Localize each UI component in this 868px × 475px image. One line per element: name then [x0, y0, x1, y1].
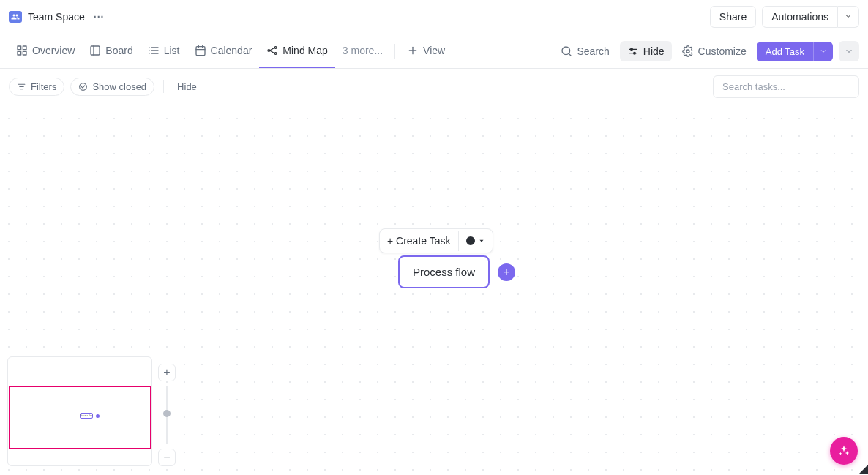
- filter-icon: [17, 82, 26, 91]
- sparkle-icon: [837, 444, 850, 457]
- mindmap-canvas[interactable]: + Create Task Process flow + Process flo…: [0, 104, 868, 474]
- node-label: Process flow: [413, 266, 475, 278]
- tab-list-label: List: [164, 45, 180, 56]
- status-dot-icon: [466, 236, 475, 245]
- tab-calendar[interactable]: Calendar: [187, 34, 260, 68]
- plus-icon: [407, 45, 419, 56]
- zoom-slider-thumb[interactable]: [163, 410, 171, 417]
- board-icon: [89, 45, 101, 56]
- zoom-slider-track[interactable]: [166, 386, 168, 444]
- customize-button[interactable]: Customize: [675, 41, 754, 61]
- mindmap-icon: [266, 45, 278, 56]
- team-icon: [9, 11, 22, 23]
- svg-rect-12: [196, 47, 205, 56]
- svg-marker-34: [479, 240, 483, 242]
- add-child-node-button[interactable]: +: [498, 263, 515, 281]
- create-task-bubble: + Create Task: [379, 228, 493, 253]
- filter-hide[interactable]: Hide: [173, 78, 201, 95]
- svg-point-28: [633, 52, 635, 54]
- tab-overview[interactable]: Overview: [9, 34, 82, 68]
- tabs-left: Overview Board List Calendar Mind Map 3 …: [9, 34, 452, 68]
- search-icon: [561, 45, 572, 57]
- more-menu-icon[interactable]: ···: [91, 8, 108, 26]
- create-task-button[interactable]: + Create Task: [380, 229, 458, 253]
- calendar-icon: [195, 45, 206, 56]
- minimap[interactable]: Process flow: [7, 356, 152, 466]
- mindmap-root-node[interactable]: Process flow: [398, 255, 490, 288]
- team-name[interactable]: Team Space: [28, 11, 85, 23]
- tab-board[interactable]: Board: [82, 34, 140, 68]
- sliders-icon: [627, 45, 639, 57]
- expand-button[interactable]: [839, 41, 859, 61]
- svg-rect-3: [23, 51, 26, 55]
- create-task-status-picker[interactable]: [458, 231, 493, 251]
- tab-more-label: 3 more...: [343, 45, 383, 56]
- caret-down-icon: [478, 237, 485, 244]
- ai-fab-button[interactable]: [830, 437, 858, 465]
- minimap-dot: [96, 414, 100, 418]
- filters-pill[interactable]: Filters: [9, 78, 64, 96]
- filter-divider: [163, 80, 164, 93]
- filter-left: Filters Show closed Hide: [9, 78, 201, 96]
- svg-rect-0: [18, 46, 21, 50]
- tab-view-label: View: [423, 45, 445, 56]
- list-icon: [148, 45, 160, 56]
- minimap-node-label: Process flow: [81, 414, 93, 417]
- show-closed-label: Show closed: [92, 81, 146, 92]
- tab-more[interactable]: 3 more...: [335, 34, 390, 68]
- svg-rect-1: [23, 46, 26, 50]
- minimap-node: Process flow: [80, 413, 93, 419]
- tabs-right: Search Hide Customize Add Task: [553, 41, 859, 61]
- header-left: Team Space ···: [9, 8, 108, 26]
- tab-overview-label: Overview: [32, 45, 75, 56]
- automations-chevron[interactable]: [838, 6, 859, 28]
- chevron-down-icon: [845, 47, 853, 56]
- check-circle-icon: [78, 82, 88, 91]
- svg-line-19: [270, 48, 275, 51]
- tab-add-view[interactable]: View: [400, 34, 452, 68]
- hide-button[interactable]: Hide: [620, 41, 672, 61]
- svg-point-33: [80, 83, 87, 90]
- tab-divider: [394, 44, 395, 59]
- tab-calendar-label: Calendar: [211, 45, 252, 56]
- filters-label: Filters: [31, 81, 56, 92]
- customize-label: Customize: [698, 45, 747, 57]
- zoom-out-button[interactable]: −: [158, 449, 176, 466]
- search-button[interactable]: Search: [553, 41, 616, 61]
- header-right: Share Automations: [710, 6, 859, 28]
- svg-line-24: [569, 53, 572, 56]
- hide-label: Hide: [643, 45, 665, 57]
- tab-mindmap-label: Mind Map: [283, 45, 327, 56]
- tab-list[interactable]: List: [141, 34, 187, 68]
- resize-handle[interactable]: [859, 465, 868, 474]
- automations-group: Automations: [762, 6, 859, 28]
- add-task-button[interactable]: Add Task: [757, 42, 813, 61]
- svg-line-20: [270, 51, 275, 53]
- svg-rect-2: [18, 51, 21, 55]
- svg-point-27: [630, 48, 632, 51]
- add-task-chevron[interactable]: [813, 42, 833, 61]
- search-label: Search: [577, 45, 609, 57]
- tabs-bar: Overview Board List Calendar Mind Map 3 …: [0, 34, 868, 69]
- filter-bar: Filters Show closed Hide: [0, 69, 868, 104]
- zoom-in-button[interactable]: +: [158, 364, 176, 381]
- automations-button[interactable]: Automations: [762, 6, 838, 28]
- show-closed-pill[interactable]: Show closed: [70, 78, 154, 96]
- share-button[interactable]: Share: [710, 6, 756, 28]
- header-bar: Team Space ··· Share Automations: [0, 0, 868, 34]
- zoom-controls: + −: [158, 364, 176, 466]
- tab-board-label: Board: [105, 45, 132, 56]
- svg-rect-4: [91, 46, 100, 55]
- search-input[interactable]: [713, 75, 859, 98]
- svg-point-29: [686, 50, 689, 53]
- tab-mindmap[interactable]: Mind Map: [259, 34, 334, 68]
- gear-icon: [682, 45, 694, 57]
- grid-icon: [16, 45, 28, 56]
- add-task-group: Add Task: [757, 42, 833, 61]
